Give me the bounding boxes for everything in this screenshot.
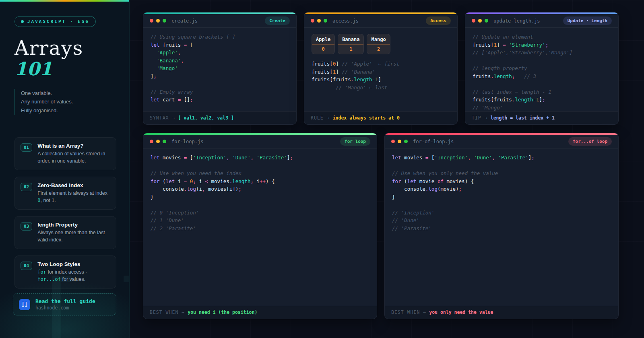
sidebar: JAVASCRIPT · ES6 Arrays 101 One variable… [0, 0, 130, 338]
maximize-dot-icon [404, 140, 408, 143]
code-token [151, 65, 157, 71]
code-token: for [392, 178, 401, 184]
code-token: ] [336, 61, 342, 67]
code-token: // 'Dune' [392, 217, 419, 223]
code-line: fruits[fruits.length-1]; [473, 96, 611, 104]
code-line [151, 201, 369, 209]
code-token: // Empty array [151, 89, 193, 95]
maximize-dot-icon [324, 19, 327, 23]
sidebar-item-list: 01What is an Array?A collection of value… [14, 137, 116, 289]
footer-text: index always starts at 0 [333, 115, 400, 121]
code-token: for [151, 178, 160, 184]
code-token: movies [208, 178, 229, 184]
code-line: // 'Inception' [392, 209, 611, 217]
sidebar-item-length-property[interactable]: 03length PropertyAlways one more than th… [14, 216, 116, 249]
code-token: i [196, 178, 205, 184]
footer-text: [ val1, val2, val3 ] [178, 115, 233, 121]
card-badge: for loop [340, 137, 370, 146]
code-line: // length property [473, 64, 611, 72]
card-body: Apple0Banana1Mango2fruits[0] // 'Apple' … [304, 28, 457, 111]
badge-dot-icon [21, 20, 24, 23]
code-token: 'Apple' [157, 49, 178, 56]
code-token: // 1 'Dune' [151, 217, 184, 223]
code-line: fruits.length; // 3 [473, 72, 611, 80]
code-line [392, 201, 611, 209]
code-line: fruits[1] // 'Banana' [312, 68, 450, 76]
code-line: // Update an element [473, 33, 611, 41]
code-line [151, 162, 369, 170]
code-token: ( [401, 178, 407, 184]
code-token: ; [459, 186, 462, 192]
card-row-bottom: for-loop.jsfor looplet movies = ['Incept… [143, 133, 619, 319]
code-token: , [468, 155, 471, 161]
card-body: let movies = ['Inception', 'Dune', 'Para… [143, 148, 377, 306]
code-token: // 'Banana' [342, 69, 375, 75]
footer-link-card[interactable]: H Read the full guide hashnode.com [13, 293, 116, 315]
footer-label: BEST WHEN [391, 309, 420, 315]
code-token: let [151, 155, 160, 161]
array-element-index: 1 [338, 45, 363, 54]
code-token: ; [531, 155, 535, 161]
code-token: // 'Mango' ← last [312, 84, 387, 91]
code-token: of [438, 178, 444, 184]
array-element-value: Mango [367, 34, 390, 45]
code-line: 'Banana', [151, 57, 289, 65]
card-badge: Update · Length [563, 16, 612, 25]
code-line: let movies = ['Inception', 'Dune', 'Para… [151, 154, 369, 162]
card-badge: for...of loop [568, 137, 612, 146]
code-token: - [372, 76, 376, 82]
code-token: - [533, 97, 537, 103]
code-block: let movies = ['Inception', 'Dune', 'Para… [151, 154, 369, 232]
description-text: A collection of values stored in order, … [37, 151, 105, 164]
card-footer: BEST WHEN→you only need the value [385, 306, 618, 319]
code-cards-area: create.jsCreate// Using square brackets … [130, 0, 644, 338]
code-line: } [392, 193, 611, 201]
code-token: length [494, 73, 512, 79]
code-line: // 1 'Dune' [151, 216, 369, 225]
code-line: // 'Mango' ← last [312, 84, 450, 92]
code-token: ; [238, 186, 242, 192]
sidebar-item-zero-based-index[interactable]: 02Zero-Based IndexFirst element is alway… [14, 177, 116, 210]
item-number-badge: 03 [21, 222, 32, 231]
code-token: // Use when you need the index [151, 170, 242, 176]
inline-code: for [37, 269, 46, 275]
card-filename: create.js [171, 18, 198, 24]
code-token: // 'Apple' ← first [342, 61, 399, 67]
code-token: fruits[ [312, 69, 333, 75]
code-token [151, 58, 157, 64]
code-line [392, 162, 611, 170]
code-block: let movies = ['Inception', 'Dune', 'Para… [392, 154, 611, 232]
card-header: for-loop.jsfor loop [143, 135, 377, 148]
code-token: ; [190, 97, 193, 103]
description-text: Always one more than the last valid inde… [37, 230, 105, 243]
code-line: console.log(movie); [392, 185, 611, 193]
code-token: ) { [266, 178, 275, 184]
code-line: // 'Mango' [473, 104, 611, 112]
code-token: ] [378, 76, 382, 82]
item-description: Always one more than the last valid inde… [37, 229, 111, 243]
code-token: movies[i]) [205, 186, 239, 192]
code-token: ++ [260, 178, 266, 184]
code-token: 'Parasite' [498, 155, 528, 161]
code-token: ; [250, 178, 254, 184]
arrow-icon: → [327, 115, 330, 121]
code-token: // 'Mango' [473, 105, 503, 111]
item-description: First element is always at index 0, not … [37, 190, 111, 204]
card-filename: for-loop.js [171, 139, 203, 144]
code-token: // length property [473, 65, 527, 71]
close-dot-icon [150, 19, 153, 23]
inline-code: for...of [37, 276, 61, 282]
sidebar-item-two-loop-styles[interactable]: 04Two Loop Stylesfor for index access · … [14, 256, 116, 289]
code-token: // 3 [515, 73, 536, 79]
array-element-box: Mango2 [367, 34, 390, 54]
code-token: ; [545, 42, 549, 48]
item-number-badge: 02 [21, 183, 32, 191]
code-token: [ [428, 155, 434, 161]
description-text: , not 1. [40, 198, 56, 203]
code-token: ; [193, 178, 196, 184]
card-footer: RULE→index always starts at 0 [304, 111, 457, 124]
code-token: console [151, 186, 184, 192]
maximize-dot-icon [163, 19, 166, 23]
card-footer: TIP→length = last index + 1 [465, 111, 618, 124]
sidebar-item-what-is-an-array[interactable]: 01What is an Array?A collection of value… [14, 137, 116, 170]
